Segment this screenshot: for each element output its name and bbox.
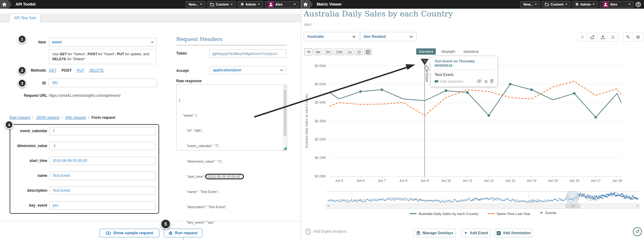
tab-standard[interactable]: Standard (416, 48, 436, 55)
start-time-highlight: "2016-06-09 00:00:00", (205, 174, 244, 179)
item-label: Item (28, 40, 46, 44)
svg-text:Jun 6: Jun 6 (356, 179, 365, 182)
minimap-scrollbar[interactable]: ◄ ► (326, 204, 640, 209)
manage-overlays-button[interactable]: Manage Overlays (414, 229, 456, 237)
event-settings-gear-icon[interactable]: ⚙ (484, 79, 488, 84)
method-get-link[interactable]: GET (49, 68, 57, 73)
home-icon[interactable] (301, 0, 313, 9)
warning-icon[interactable]: ⚠ (608, 33, 618, 42)
method-post-selected[interactable]: POST (62, 68, 72, 73)
legend-line-sample (410, 213, 416, 214)
range-7d[interactable]: 7d (304, 48, 312, 55)
user-menu[interactable]: Alex (265, 1, 299, 8)
svg-text:Jun 7: Jun 7 (378, 179, 386, 182)
field-label: start_time (10, 159, 47, 163)
avatar (603, 2, 609, 7)
chevron-down-icon (628, 4, 631, 5)
raw-response-box[interactable]: { "event": { "id": "585", "event_calenda… (176, 84, 287, 150)
history-icon[interactable]: ↺ (633, 227, 642, 236)
content-button[interactable]: Content (207, 1, 236, 8)
folder-icon (545, 3, 549, 6)
scroll-right-icon[interactable]: ► (636, 204, 639, 207)
favorite-star-icon[interactable]: ★ (577, 33, 587, 42)
range-4w[interactable]: 4w (314, 48, 322, 55)
hide-event-icon[interactable] (477, 79, 482, 84)
range-12w[interactable]: 12w (334, 48, 345, 55)
new-button[interactable]: New... (186, 1, 205, 8)
show-sample-request-button[interactable]: Show sample request (99, 229, 159, 237)
method-put-link[interactable]: PUT (77, 68, 84, 73)
event-triangle-icon: ▼ (464, 231, 467, 235)
description-input[interactable]: Test Event (49, 186, 155, 195)
svg-text:Australia Daily Sales by each: Australia Daily Sales by each Country (305, 93, 308, 148)
see-related-select[interactable]: See Related (360, 32, 416, 41)
step-badge-5: 5 (160, 219, 171, 229)
chevron-down-icon (280, 69, 283, 71)
new-button[interactable]: New... (521, 1, 540, 8)
raw-request-link[interactable]: Raw request (9, 115, 30, 120)
dimension-select[interactable]: Australia (304, 32, 359, 41)
token-input[interactable]: igjWegzgYhLWiwq7hAgoHJoxVYyaQcZv (209, 49, 286, 58)
admin-button[interactable]: ⚙ Admin (573, 1, 598, 8)
svg-text:Jun 14: Jun 14 (527, 179, 536, 182)
range-2m[interactable]: 2m (324, 48, 333, 55)
right-topbar: Metric Viewer New... Content ⚙ Admin Ale… (301, 0, 644, 9)
range-2y[interactable]: 2y (355, 48, 363, 55)
content-button[interactable]: Content (542, 1, 570, 8)
request-format-tabs: Raw request / JSON request / XML request… (9, 115, 115, 120)
tab-api-test-tool[interactable]: API Test Tool (9, 14, 40, 22)
add-event-button[interactable]: ▼ Add Event (461, 229, 491, 237)
metric-toolbar: ★ ⚠ (577, 33, 618, 42)
svg-text:$0.50M: $0.50M (315, 82, 326, 86)
home-icon[interactable] (0, 0, 12, 9)
svg-text:$0.60M: $0.60M (315, 64, 326, 68)
gear-icon[interactable]: ⚙ (633, 33, 643, 42)
scroll-left-icon[interactable]: ◄ (327, 204, 330, 207)
gear-icon: ⚙ (241, 2, 244, 6)
run-request-button[interactable]: ⚙ Run request (164, 229, 202, 237)
token-label: Token (176, 51, 195, 56)
dimension-value-input[interactable]: -1 (49, 142, 155, 150)
legend-events-triangle-icon: ▼ (540, 211, 543, 215)
svg-text:Jun 13: Jun 13 (505, 179, 515, 182)
calendar-icon[interactable] (364, 48, 372, 55)
event-calendar-input[interactable]: 7 (49, 127, 155, 135)
start-time-input[interactable]: 2016-06-09 00:00:00 (49, 157, 155, 165)
accept-select[interactable]: application/json (210, 66, 286, 74)
tab-stoplight[interactable]: Stoplight (439, 48, 458, 55)
admin-button[interactable]: ⚙ Admin (238, 1, 263, 8)
delete-event-icon[interactable] (490, 79, 494, 84)
range-1y[interactable]: 1y (346, 48, 354, 55)
download-icon[interactable] (598, 33, 608, 42)
svg-text:Jun 17: Jun 17 (591, 179, 601, 182)
scroll-up-icon[interactable]: ▲ (283, 85, 287, 87)
request-headers-heading: Request Headers (176, 36, 287, 45)
minimap-chart[interactable]: Jul '15Oct '15Jan '16Apr '16Jul '16 (326, 191, 640, 204)
svg-text:$0.40M: $0.40M (315, 101, 326, 104)
layers-icon (416, 231, 421, 235)
share-icon[interactable] (587, 33, 598, 42)
add-comment-link[interactable]: Add comment (440, 79, 463, 84)
tab-statistical[interactable]: Statistical (461, 48, 481, 55)
request-url-label: Request URL (12, 93, 47, 98)
scrollbar-thumb[interactable] (566, 204, 580, 208)
user-menu[interactable]: Alex (600, 1, 633, 8)
event-tooltip: Test Event on Thursday 06/09/2016 Test E… (431, 56, 497, 87)
svg-text:Jun 9: Jun 9 (421, 179, 429, 182)
json-request-link[interactable]: JSON request (36, 115, 59, 120)
form-request-selected[interactable]: Form request (91, 115, 115, 120)
add-expert-analysis[interactable]: Add Expert Analysis (306, 228, 347, 235)
pencil-icon[interactable]: ✎ (623, 33, 633, 42)
add-annotation-button[interactable]: + Add Annotation (494, 229, 533, 237)
name-input[interactable]: Test Event (49, 172, 155, 180)
id-input[interactable]: 361 (49, 78, 157, 87)
method-delete-link[interactable]: DELETE (89, 68, 104, 73)
xml-request-link[interactable]: XML request (65, 115, 86, 120)
accept-label: Accept (176, 69, 195, 73)
field-label: name (10, 173, 47, 178)
response-scrollbar[interactable]: ▲ (283, 85, 287, 150)
help-icon[interactable]: ? (636, 2, 641, 7)
resize-grip-icon[interactable] (283, 146, 287, 150)
item-select[interactable]: event (49, 38, 157, 47)
key-event-input[interactable]: yes (49, 201, 155, 210)
